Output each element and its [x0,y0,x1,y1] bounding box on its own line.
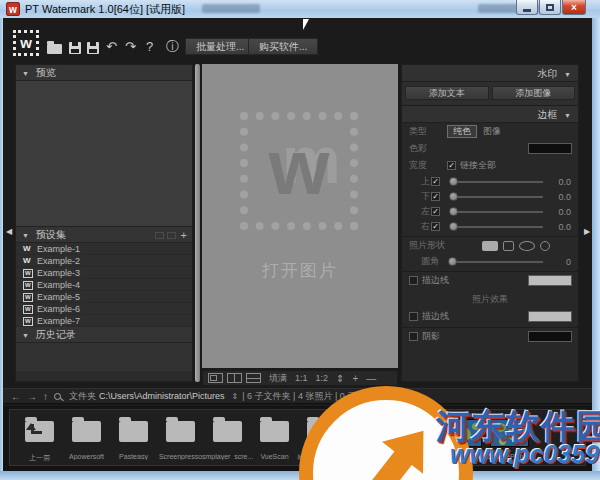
preset-item[interactable]: W Example-5 [16,291,192,303]
slider-knob[interactable] [449,192,458,201]
collapse-left-panel-icon[interactable]: ◀ [6,227,12,236]
save-as-icon[interactable] [87,42,99,54]
preset-item[interactable]: W Example-4 [16,279,192,291]
shape-circle-icon[interactable] [540,241,550,251]
preset-item[interactable]: W Example-6 [16,303,192,315]
redo-icon[interactable]: ↷ [125,40,136,53]
batch-process-button[interactable]: 批量处理... [185,38,255,55]
border-right-checkbox[interactable]: ✓ [431,222,440,231]
zoom-1-2-button[interactable]: 1:2 [316,373,329,383]
watermark-section-header[interactable]: 水印 ▼ [402,65,578,82]
add-text-button[interactable]: 添加文本 [405,86,489,100]
border-top-checkbox[interactable]: ✓ [431,177,440,186]
preset-label: Example-6 [37,304,80,314]
slider-knob[interactable] [449,207,458,216]
maximize-button[interactable] [539,0,561,15]
zoom-stepper-icon[interactable]: ⇕ [336,373,344,384]
nav-back-icon[interactable]: ← [11,391,21,402]
slider-knob[interactable] [449,222,458,231]
presets-section-header[interactable]: ▼ 预设集 + [16,227,192,243]
open-folder-icon[interactable] [47,44,62,54]
view-toolbar: 填满 1:1 1:2 ⇕ + — [202,370,398,386]
shape-square-icon[interactable] [503,241,514,251]
preset-item[interactable]: W Example-2 [16,255,192,267]
stroke2-checkbox[interactable]: ✓ [409,312,418,321]
zoom-1-1-button[interactable]: 1:1 [295,373,308,383]
width-label: 宽度 [409,159,447,172]
browser-item-image[interactable]: ChangePictur... [439,413,486,465]
browser-item-folder[interactable]: smplayer_scre... [204,413,251,465]
shadow-color-swatch[interactable] [528,331,572,342]
border-color-swatch[interactable] [528,143,572,154]
browser-item-image[interactable]: 61.jpg [345,413,392,465]
link-all-checkbox[interactable]: ✓ [447,161,456,170]
slider-knob[interactable] [449,177,458,186]
close-button[interactable]: × [562,0,586,15]
preset-tool-icon[interactable] [155,232,164,239]
shape-rect-filled-icon[interactable] [482,241,498,251]
type-image-tab[interactable]: 图像 [483,125,501,138]
path-dropdown-icon[interactable]: ⇕ [232,392,239,401]
shape-ellipse-icon[interactable] [519,241,535,251]
stroke2-color-swatch[interactable] [528,311,572,322]
browser-item-up[interactable]: 上一层 [16,413,63,465]
corner-slider[interactable] [449,261,543,263]
titlebar[interactable]: w PT Watermark 1.0[64位] [试用版] × [0,0,600,18]
add-preset-icon[interactable]: + [181,231,187,240]
stroke-checkbox[interactable]: ✓ [409,276,418,285]
help-icon[interactable]: ? [146,40,153,53]
zoom-in-icon[interactable]: + [352,373,358,384]
info-icon[interactable]: ⓘ [166,40,179,53]
browser-item-image[interactable] [392,413,439,465]
search-icon[interactable] [54,393,61,400]
stroke-color-swatch[interactable] [528,275,572,286]
left-panel-scrollbar[interactable] [195,64,200,382]
compare-view-icon[interactable] [246,373,261,383]
split-view-icon[interactable] [227,373,242,383]
undo-icon[interactable]: ↶ [106,40,117,53]
preset-item[interactable]: W Example-7 [16,315,192,327]
minimize-button[interactable] [516,0,538,15]
border-left-slider[interactable] [450,211,543,213]
right-panel: 水印 ▼ 添加文本 添加图像 边框 ▼ 类型 纯色 图像 色彩 [401,64,579,382]
stamp-w-icon: W [23,292,34,302]
browser-item-folder[interactable]: Screenpresso [157,413,204,465]
border-left-slider-row: 左 ✓ 0.0 [402,204,578,219]
nav-up-icon[interactable]: ↑ [43,391,48,402]
fit-mode-button[interactable]: 填满 [269,372,287,385]
chevron-down-icon: ▼ [22,70,29,77]
photo-effects-label: 照片效果 [402,289,578,308]
mouse-cursor [303,19,309,30]
save-icon[interactable] [69,42,81,54]
zoom-out-icon[interactable]: — [366,373,376,384]
file-browser-strip: 上一层 Apowersoft Pasteasy Screenpresso smp… [9,409,586,466]
browser-item-folder[interactable]: Pasteasy [110,413,157,465]
preset-item[interactable]: W Example-3 [16,267,192,279]
current-path[interactable]: C:\Users\Administrator\Pictures [99,391,225,401]
shadow-checkbox[interactable]: ✓ [409,332,418,341]
nav-forward-icon[interactable]: → [27,391,37,402]
type-solid-tab[interactable]: 纯色 [447,125,477,138]
border-bottom-slider[interactable] [450,196,543,198]
browser-item-folder[interactable]: Apowersoft [63,413,110,465]
browser-item-folder[interactable]: VueScan [251,413,298,465]
preset-item[interactable]: W Example-1 [16,243,192,255]
buy-software-button[interactable]: 购买软件... [248,38,318,55]
folder-icon [72,421,101,442]
border-bottom-checkbox[interactable]: ✓ [431,192,440,201]
stamp-w-icon: W [23,316,34,326]
slider-knob[interactable] [448,257,457,266]
border-top-slider[interactable] [450,181,543,183]
image-canvas[interactable]: m w 打开图片 [202,64,398,368]
border-right-slider[interactable] [450,226,543,228]
preset-tool-icon[interactable] [167,232,176,239]
preview-section-header[interactable]: ▼ 预览 [16,65,192,81]
single-view-icon[interactable] [208,373,223,383]
border-section-header[interactable]: 边框 ▼ [402,106,578,123]
border-left-checkbox[interactable]: ✓ [431,207,440,216]
browser-item-folder[interactable]: 叶子猪手游模... [298,413,345,465]
history-section-header[interactable]: ▼ 历史记录 [16,327,192,343]
add-image-button[interactable]: 添加图像 [492,86,576,100]
collapse-right-panel-icon[interactable]: ▶ [584,227,590,236]
browser-item-image[interactable]: ChangePictur... [486,413,533,465]
